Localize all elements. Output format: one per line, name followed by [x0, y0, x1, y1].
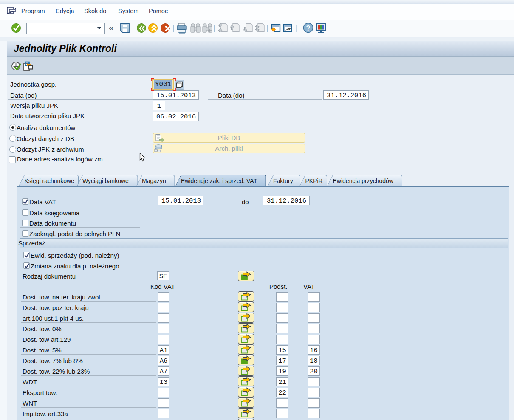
svg-text:?: ?	[306, 25, 311, 32]
